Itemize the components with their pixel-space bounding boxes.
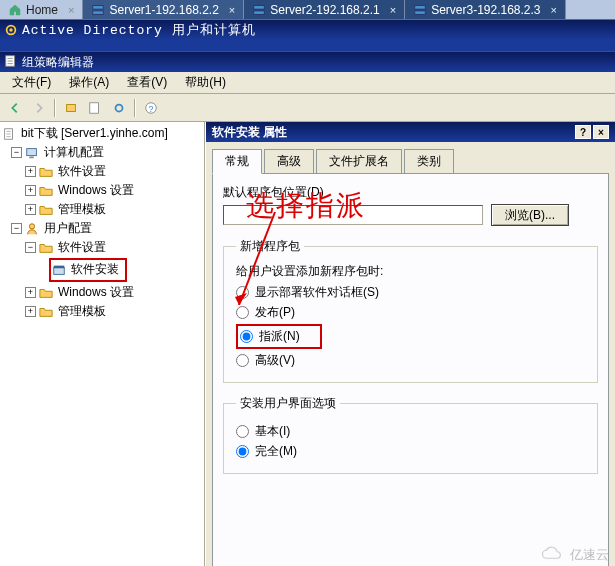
svg-rect-3 — [254, 10, 265, 14]
radio-publish-row[interactable]: 发布(P) — [236, 304, 585, 321]
up-button[interactable] — [60, 97, 82, 119]
svg-text:?: ? — [149, 103, 154, 113]
menu-bar: 文件(F) 操作(A) 查看(V) 帮助(H) — [0, 72, 615, 94]
tree-user-config[interactable]: − 用户配置 — [2, 219, 202, 238]
tab-server1[interactable]: Server1-192.168.2.2 × — [83, 0, 244, 19]
toolbar-separator — [134, 99, 136, 117]
properties-button[interactable] — [84, 97, 106, 119]
menu-file[interactable]: 文件(F) — [4, 72, 59, 93]
toolbar: ? — [0, 94, 615, 122]
radio-advanced-row[interactable]: 高级(V) — [236, 352, 585, 369]
tree-admin-templates-2[interactable]: + 管理模板 — [2, 302, 202, 321]
radio-basic-row[interactable]: 基本(I) — [236, 423, 585, 440]
expand-icon[interactable]: + — [25, 204, 36, 215]
expand-icon[interactable]: + — [25, 306, 36, 317]
svg-point-17 — [29, 223, 34, 228]
close-icon[interactable]: × — [68, 4, 74, 16]
back-button[interactable] — [4, 97, 26, 119]
radio-show-dialog-row[interactable]: 显示部署软件对话框(S) — [236, 284, 585, 301]
tab-server3[interactable]: Server3-192.168.2.3 × — [405, 0, 566, 19]
editor-icon — [4, 54, 18, 71]
tab-server2[interactable]: Server2-192.168.2.1 × — [244, 0, 405, 19]
radio-advanced-label: 高级(V) — [255, 352, 295, 369]
user-icon — [25, 222, 39, 236]
radio-basic-label: 基本(I) — [255, 423, 290, 440]
dialog-title-text: 软件安装 属性 — [212, 124, 287, 141]
expand-icon[interactable]: + — [25, 185, 36, 196]
dialog-title-bar[interactable]: 软件安装 属性 ? × — [206, 122, 615, 142]
radio-assign-row[interactable]: 指派(N) — [236, 324, 585, 349]
folder-icon — [39, 305, 53, 319]
collapse-icon[interactable]: − — [11, 147, 22, 158]
server-icon — [91, 3, 105, 17]
radio-basic[interactable] — [236, 425, 249, 438]
help-button[interactable]: ? — [140, 97, 162, 119]
default-pkg-input[interactable] — [223, 205, 483, 225]
svg-rect-2 — [254, 5, 265, 9]
tree-software-settings-2[interactable]: − 软件设置 — [2, 238, 202, 257]
home-icon — [8, 3, 22, 17]
close-icon[interactable]: × — [551, 4, 557, 16]
group-ui-options: 安装用户界面选项 基本(I) 完全(M) — [223, 395, 598, 474]
svg-rect-15 — [27, 148, 37, 155]
close-button[interactable]: × — [593, 125, 609, 139]
browse-button[interactable]: 浏览(B)... — [491, 204, 569, 226]
tree-label: Windows 设置 — [56, 182, 136, 199]
svg-rect-0 — [93, 5, 104, 9]
tree-windows-settings-2[interactable]: + Windows 设置 — [2, 283, 202, 302]
tree-admin-templates-1[interactable]: + 管理模板 — [2, 200, 202, 219]
svg-rect-5 — [415, 10, 426, 14]
expand-icon[interactable]: + — [25, 287, 36, 298]
server-icon — [252, 3, 266, 17]
menu-view[interactable]: 查看(V) — [119, 72, 175, 93]
radio-full-row[interactable]: 完全(M) — [236, 443, 585, 460]
tree-label: 软件设置 — [56, 239, 108, 256]
tree-root[interactable]: bit下载 [Server1.yinhe.com] — [2, 124, 202, 143]
tree-windows-settings-1[interactable]: + Windows 设置 — [2, 181, 202, 200]
computer-icon — [25, 146, 39, 160]
package-icon — [52, 263, 66, 277]
forward-button[interactable] — [28, 97, 50, 119]
tab-categories[interactable]: 类别 — [404, 149, 454, 174]
tree-label: 管理模板 — [56, 303, 108, 320]
tree-computer-config[interactable]: − 计算机配置 — [2, 143, 202, 162]
tree-label: 计算机配置 — [42, 144, 106, 161]
radio-publish[interactable] — [236, 306, 249, 319]
refresh-button[interactable] — [108, 97, 130, 119]
tab-general[interactable]: 常规 — [212, 149, 262, 174]
collapse-icon[interactable]: − — [25, 242, 36, 253]
close-icon[interactable]: × — [390, 4, 396, 16]
close-icon[interactable]: × — [229, 4, 235, 16]
folder-icon — [39, 241, 53, 255]
help-button[interactable]: ? — [575, 125, 591, 139]
tab-home[interactable]: Home × — [0, 0, 83, 19]
tree-label: 软件设置 — [56, 163, 108, 180]
watermark: 亿速云 — [540, 546, 609, 564]
tab-server3-label: Server3-192.168.2.3 — [431, 3, 540, 17]
radio-full[interactable] — [236, 445, 249, 458]
tree-panel[interactable]: bit下载 [Server1.yinhe.com] − 计算机配置 + 软件设置… — [0, 122, 205, 566]
radio-show-dialog-label: 显示部署软件对话框(S) — [255, 284, 379, 301]
dialog-tab-strip: 常规 高级 文件扩展名 类别 — [206, 142, 615, 173]
tab-server1-label: Server1-192.168.2.2 — [109, 3, 218, 17]
gear-icon — [4, 23, 18, 37]
tree: bit下载 [Server1.yinhe.com] − 计算机配置 + 软件设置… — [2, 124, 202, 321]
tree-software-install[interactable]: 软件安装 — [2, 257, 202, 283]
server-icon — [413, 3, 427, 17]
radio-show-dialog[interactable] — [236, 286, 249, 299]
radio-assign[interactable] — [240, 330, 253, 343]
group-new-package: 新增程序包 给用户设置添加新程序包时: 显示部署软件对话框(S) 发布(P) 指… — [223, 238, 598, 383]
ad-title-bar: Active Directory 用户和计算机 — [0, 20, 615, 40]
radio-publish-label: 发布(P) — [255, 304, 295, 321]
collapse-icon[interactable]: − — [11, 223, 22, 234]
menu-action[interactable]: 操作(A) — [61, 72, 117, 93]
radio-advanced[interactable] — [236, 354, 249, 367]
menu-help[interactable]: 帮助(H) — [177, 72, 234, 93]
policy-icon — [2, 127, 16, 141]
toolbar-separator — [54, 99, 56, 117]
tab-advanced[interactable]: 高级 — [264, 149, 314, 174]
expand-icon[interactable]: + — [25, 166, 36, 177]
tab-file-ext[interactable]: 文件扩展名 — [316, 149, 402, 174]
tab-server2-label: Server2-192.168.2.1 — [270, 3, 379, 17]
tree-software-settings-1[interactable]: + 软件设置 — [2, 162, 202, 181]
